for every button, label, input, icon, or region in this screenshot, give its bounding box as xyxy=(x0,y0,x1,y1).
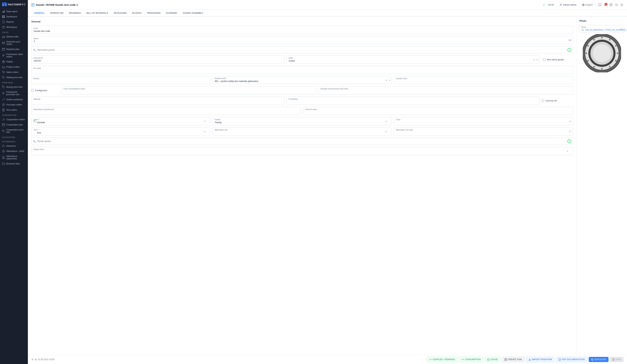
name-input[interactable] xyxy=(31,36,573,44)
sidebar-item-buying-price[interactable]: Buying price lists xyxy=(0,84,28,90)
target-stock-select[interactable] xyxy=(31,147,573,155)
tab-economy[interactable]: ECONOMY xyxy=(163,10,180,17)
celni-col: Celní nomenklatura (kód) xyxy=(61,86,316,94)
sidebar-item-attendance-shifts[interactable]: Attendance - shifts xyxy=(0,149,28,154)
state-clear-icon[interactable]: ✕ xyxy=(536,58,538,61)
state-select[interactable]: Active xyxy=(287,55,540,64)
alternative-goods-input[interactable] xyxy=(31,46,573,53)
konfigurace-checkbox[interactable] xyxy=(31,89,34,92)
poznamka-input[interactable] xyxy=(287,96,540,105)
sidebar-item-text-orders[interactable]: Text orders xyxy=(0,107,28,113)
language-selector[interactable]: English xyxy=(582,3,593,6)
sidebar-item-pallets[interactable]: Pallets xyxy=(0,59,28,64)
name-locale-badge: EN xyxy=(569,39,571,41)
similar-goods-field: 🔍 + xyxy=(31,138,573,145)
save-button[interactable]: SAVE xyxy=(610,357,624,362)
tab-general[interactable]: GENERAL xyxy=(31,10,48,17)
vyrobni-input[interactable] xyxy=(394,76,573,84)
truck-icon xyxy=(2,35,5,38)
search-button[interactable] xyxy=(615,3,618,6)
tab-processes[interactable]: PROCESSES xyxy=(144,10,163,17)
sidebar-item-selling-price[interactable]: Selling price lists xyxy=(0,75,28,80)
consumption-button[interactable]: CONSUMPTION xyxy=(459,357,483,362)
duplicate-btn-icon xyxy=(591,359,593,361)
material-input[interactable] xyxy=(31,96,284,105)
user-info[interactable]: Admin Admin xyxy=(560,3,576,6)
sidebar-item-absences[interactable]: Absences xyxy=(0,143,28,149)
logout-button[interactable] xyxy=(621,3,624,6)
help-button[interactable] xyxy=(610,3,612,6)
sidebar-item-orders-prediction[interactable]: Orders prediction xyxy=(0,97,28,102)
skupina-select[interactable]: 801 – výrobní služby bez materiálu (plán… xyxy=(213,76,392,84)
naposledy-input[interactable] xyxy=(31,107,301,115)
type-input[interactable] xyxy=(31,117,210,125)
alt-unit-ratio-input[interactable] xyxy=(394,127,573,136)
sidebar-item-workspace[interactable]: Workspace xyxy=(0,25,28,30)
usage-button[interactable]: USAGE xyxy=(485,357,501,362)
sidebar-item-reports[interactable]: Reports xyxy=(0,19,28,25)
topbar-time: 10:34 xyxy=(548,3,554,6)
sidebar-item-delivery-bills[interactable]: Delivery bills xyxy=(0,34,28,39)
tab-bill-of-materials[interactable]: BILL OF MATERIALS xyxy=(84,10,111,17)
logo-icon xyxy=(2,2,7,6)
messages-button[interactable] xyxy=(598,3,601,6)
file-icon xyxy=(2,21,5,23)
code-input[interactable] xyxy=(31,26,573,34)
sidebar-item-framework-sales[interactable]: Framework sales orders xyxy=(0,52,28,59)
sidebar-item-dashboard[interactable]: Dashboard xyxy=(0,14,28,19)
sidebar-item-sales-orders[interactable]: Sales orders xyxy=(0,70,28,75)
sidebar-item-cooperation-prices[interactable]: Cooperation price lists xyxy=(0,127,28,135)
add-similar-goods-btn[interactable]: + xyxy=(568,139,571,143)
celni-input[interactable] xyxy=(61,86,316,94)
bag-icon xyxy=(2,103,5,106)
alt-unit-ratio-col: Alternative unit ratio ⓘ xyxy=(394,127,573,136)
code-field-group: Code xyxy=(31,26,573,34)
color-input[interactable] xyxy=(394,117,573,125)
coop-tag-icon xyxy=(2,130,5,133)
sidebar-item-dispatch-plan[interactable]: Dispatch plan xyxy=(0,47,28,52)
unit-input[interactable] xyxy=(31,127,210,136)
obvykla-input[interactable] xyxy=(318,86,573,94)
add-alternative-goods-btn[interactable]: + xyxy=(568,48,571,52)
external-id-input[interactable] xyxy=(31,55,284,64)
sidebar-item-daily-report[interactable]: Daily report xyxy=(0,9,28,14)
calendar-icon xyxy=(2,48,5,51)
duplicate-button[interactable]: DUPLICATE xyxy=(589,357,608,362)
info-icon: ⓘ xyxy=(569,130,571,133)
sidebar-item-project-orders[interactable]: Project orders xyxy=(0,64,28,70)
create-task-button[interactable]: CREATE TASK xyxy=(502,357,524,362)
tab-drawings[interactable]: DRAWINGS xyxy=(66,10,84,17)
supplies-demands-button[interactable]: SUPPLIES / DEMANDS xyxy=(427,357,458,362)
svg-point-26 xyxy=(560,4,561,5)
sidebar-item-framework-purchase[interactable]: Framework purchase ord... xyxy=(0,90,28,97)
sidebar-item-attendance-statements[interactable]: Attendance statements xyxy=(0,154,28,161)
color-edit-icon[interactable]: ✏ xyxy=(569,120,571,123)
sidebar-item-business-trips[interactable]: Business trips xyxy=(0,161,28,166)
tab-blocks[interactable]: BLOCKS xyxy=(130,10,144,17)
vzorovy-checkbox[interactable] xyxy=(542,99,544,102)
revize-input[interactable] xyxy=(31,76,210,84)
hamburger-icon[interactable]: ☰ xyxy=(23,3,26,6)
import-pdm-button[interactable]: IMPORT FROM PDM xyxy=(526,357,555,362)
alt-unit-select[interactable] xyxy=(213,127,392,136)
sidebar-item-cooperation-orders[interactable]: Cooperation orders xyxy=(0,117,28,122)
type-clear-icon[interactable]: ✕ xyxy=(204,120,206,123)
skupina-clear-icon[interactable]: ✕ xyxy=(388,79,390,82)
internal-value-input[interactable] xyxy=(303,107,573,115)
tab-packaging[interactable]: PACKAGING xyxy=(111,10,130,17)
pdf-documentation-button[interactable]: PDF DOCUMENTATION xyxy=(556,357,587,362)
unit-clear-icon[interactable]: ✕ xyxy=(204,130,206,133)
sn-mask-input[interactable] xyxy=(31,66,573,74)
similar-goods-input[interactable] xyxy=(31,138,573,145)
sidebar-item-purchase-orders[interactable]: Purchase orders xyxy=(0,102,28,107)
paperclip-icon: 📎 xyxy=(581,29,584,31)
tab-goods-assembly[interactable]: GOODS ASSEMBLY xyxy=(180,10,206,17)
family-select[interactable]: Family xyxy=(213,117,392,125)
sidebar-item-cooperation-plan[interactable]: Cooperation plan xyxy=(0,122,28,127)
sidebar-item-deutsche-post[interactable]: Deutsche post orders xyxy=(0,39,28,47)
svg-rect-2 xyxy=(2,2,7,4)
target-stock-col: Target stock ▾ xyxy=(31,147,573,155)
tab-workflow[interactable]: WORKFLOW xyxy=(48,10,66,17)
photo-close-icon[interactable]: ✕ xyxy=(621,28,623,30)
non-stock-checkbox[interactable] xyxy=(543,58,545,61)
